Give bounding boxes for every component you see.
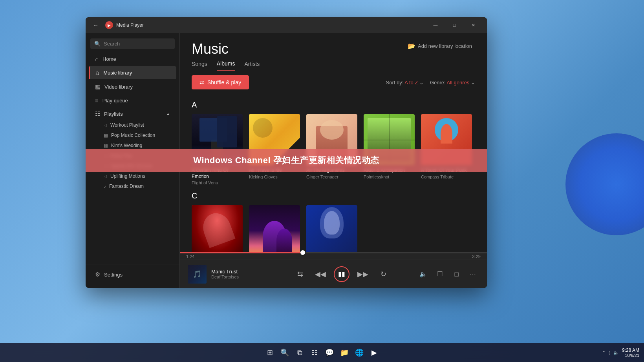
start-button[interactable]: ⊞ (263, 346, 276, 359)
now-playing-artwork: 🎵 (188, 265, 207, 284)
titlebar-nav: ← (90, 20, 101, 31)
playlist-icon-workout: ♫ (104, 122, 107, 128)
sort-value[interactable]: A to Z (404, 80, 418, 85)
main-header: Music 📂 Add new library location Songs A… (180, 33, 487, 71)
titlebar: ← ▶ Media Player — □ ✕ (86, 17, 487, 33)
playlists-section[interactable]: ☷ Playlists ▲ (89, 108, 176, 120)
close-button[interactable]: ✕ (464, 19, 482, 31)
right-controls: 🔈 ❐ ◻ ⋯ (417, 268, 479, 280)
albums-container: A A Certain Kind Of Emotion Flight of Ve… (180, 94, 487, 252)
playlist-icon-pop: ▩ (104, 133, 108, 138)
tab-songs[interactable]: Songs (192, 61, 207, 70)
cast-button[interactable]: ◻ (450, 268, 463, 280)
playlist-icon-wedding: ▩ (104, 143, 108, 148)
sidebar-label-music: Music library (103, 70, 132, 76)
sidebar-label-video: Video library (104, 84, 133, 90)
shuffle-play-button[interactable]: ⇄ Shuffle & play (192, 75, 249, 89)
minimize-button[interactable]: — (426, 19, 445, 31)
album-artist-all-i-have: Kicking Gloves (249, 175, 300, 179)
notification-banner: Windows Channel 孕妇生产更新相关情况动态 (86, 149, 487, 172)
sidebar-label-queue: Play queue (102, 98, 128, 104)
total-time: 3:29 (472, 254, 481, 259)
settings-icon: ⚙ (95, 271, 100, 278)
genre-value[interactable]: All genres (447, 80, 470, 85)
back-button[interactable]: ← (90, 20, 101, 31)
album-artist-certain-kind: Flight of Venu (192, 180, 243, 185)
sidebar-item-play-queue[interactable]: ≡ Play queue (89, 94, 176, 107)
progress-bar[interactable] (180, 252, 487, 253)
playlist-uplifting[interactable]: ♫ Uplifting Motions (89, 171, 176, 181)
current-time: 1:24 (186, 254, 194, 259)
pause-button[interactable]: ▮▮ (334, 266, 349, 282)
taskbar-center: ⊞ 🔍 ⧉ ☷ 💬 📁 🌐 ▶ (263, 346, 381, 359)
more-button[interactable]: ⋯ (467, 268, 479, 280)
chat-button[interactable]: 💬 (323, 346, 336, 359)
album-artist-touch-punk: Compass Tribute (421, 175, 472, 179)
playlist-icon-uplifting: ♫ (104, 173, 107, 179)
maximize-button[interactable]: □ (445, 19, 463, 31)
tabs-bar: Songs Albums Artists (192, 60, 475, 71)
sort-chevron-icon: ⌄ (419, 80, 424, 85)
playlist-pop-collection[interactable]: ▩ Pop Music Collection (89, 130, 176, 140)
section-c: C (192, 191, 475, 200)
tab-actions: 📂 Add new library location (404, 41, 475, 51)
queue-icon: ≡ (95, 97, 99, 104)
files-button[interactable]: 📁 (338, 346, 351, 359)
widgets-button[interactable]: ☷ (308, 346, 321, 359)
album-card-complete-strangers[interactable]: Complete Strangers Corbin Revival (192, 205, 243, 252)
previous-button[interactable]: ◀◀ (313, 267, 327, 281)
now-playing-bar: 🎵 Manic Trust Deaf Tortoises ⇆ ◀◀ ▮▮ ▶▶ … (180, 260, 487, 288)
fullscreen-button[interactable]: ❐ (434, 268, 446, 280)
wifi-icon: 〈 (609, 350, 610, 355)
playlist-icon-fantastic: ♪ (104, 184, 106, 189)
add-library-icon: 📂 (408, 42, 415, 50)
playlists-icon: ☷ (95, 110, 100, 117)
sidebar-item-home[interactable]: ⌂ Home (89, 53, 176, 65)
search-taskbar-button[interactable]: 🔍 (278, 346, 291, 359)
sort-label: Sort by: A to Z ⌄ (386, 80, 424, 85)
album-card-compromise[interactable]: Compromise Moves Fast Pete Brawn (249, 205, 300, 252)
sort-controls: Sort by: A to Z ⌄ Genre: All genres ⌄ (386, 80, 475, 85)
sidebar-item-video-library[interactable]: ▩ Video library (89, 80, 176, 93)
search-input[interactable] (104, 41, 171, 47)
home-icon: ⌂ (95, 56, 99, 62)
progress-thumb (300, 250, 305, 255)
search-icon: 🔍 (94, 41, 101, 47)
page-title: Music (192, 41, 229, 57)
genre-chevron-icon: ⌄ (471, 80, 475, 85)
now-playing-info: Manic Trust Deaf Tortoises (211, 269, 266, 279)
repeat-button[interactable]: ↻ (376, 267, 390, 281)
window-controls: — □ ✕ (426, 19, 482, 31)
taskbar-chevron-icon: ⌃ (602, 350, 606, 355)
shuffle-button[interactable]: ⇆ (293, 267, 307, 281)
media-player-taskbar[interactable]: ▶ (368, 346, 381, 359)
controls-bar: ⇄ Shuffle & play Sort by: A to Z ⌄ Genre… (180, 71, 487, 94)
shuffle-icon: ⇄ (199, 79, 204, 85)
genre-label: Genre: All genres ⌄ (430, 80, 475, 85)
video-icon: ▩ (95, 83, 101, 90)
album-card-crazy-times[interactable]: Crazy Times Saving Gabrielle (306, 205, 357, 252)
progress-filled (180, 252, 303, 253)
sidebar-item-music-library[interactable]: ♫ Music library (89, 66, 176, 79)
albums-grid-c: Complete Strangers Corbin Revival Compro… (192, 205, 475, 252)
time-labels: 1:24 3:29 (180, 253, 487, 260)
search-box[interactable]: 🔍 (90, 38, 175, 49)
playlist-fantastic[interactable]: ♪ Fantastic Dream (89, 181, 176, 191)
playback-controls: ⇆ ◀◀ ▮▮ ▶▶ ↻ (266, 266, 417, 282)
tab-albums[interactable]: Albums (217, 60, 235, 71)
taskbar-right: ⌃ 〈 🔈 9:28 AM 10/6/21 (602, 347, 639, 358)
album-artist-all-arguments: Ginger Teenager (306, 175, 357, 179)
notification-text: Windows Channel 孕妇生产更新相关情况动态 (193, 155, 379, 166)
taskbar-clock[interactable]: 9:28 AM 10/6/21 (622, 347, 639, 358)
tab-artists[interactable]: Artists (244, 61, 260, 70)
decorative-circle (565, 133, 644, 235)
sidebar-bottom: ⚙ Settings (86, 264, 179, 285)
task-view-button[interactable]: ⧉ (293, 346, 306, 359)
playlist-workout[interactable]: ♫ Workout Playlist (89, 120, 176, 130)
next-button[interactable]: ▶▶ (356, 267, 370, 281)
add-library-button[interactable]: 📂 Add new library location (404, 41, 475, 51)
sidebar-item-settings[interactable]: ⚙ Settings (89, 268, 176, 281)
edge-button[interactable]: 🌐 (353, 346, 366, 359)
now-playing-title: Manic Trust (211, 269, 266, 275)
volume-button[interactable]: 🔈 (417, 268, 430, 280)
